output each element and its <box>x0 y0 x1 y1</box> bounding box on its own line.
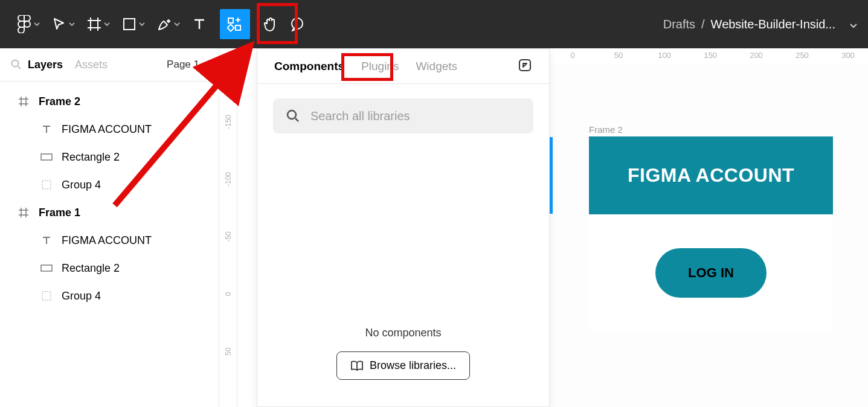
breadcrumb-separator: / <box>701 18 705 31</box>
tab-widgets[interactable]: Widgets <box>416 60 457 73</box>
svg-rect-11 <box>42 292 51 300</box>
text-icon <box>40 123 53 136</box>
search-input[interactable] <box>310 109 520 123</box>
chevron-down-icon[interactable] <box>104 22 110 26</box>
ruler-tick: 50 <box>224 347 233 355</box>
vertical-ruler: -200-150-100-50050 <box>219 48 237 407</box>
rect-icon <box>40 261 53 275</box>
layer-label: Group 4 <box>62 179 101 191</box>
layer-label: Rectangle 2 <box>62 151 120 164</box>
layer-row[interactable]: Frame 1 <box>0 199 219 226</box>
chevron-down-icon[interactable] <box>174 22 180 26</box>
group-icon <box>40 289 53 303</box>
svg-point-5 <box>292 18 303 29</box>
ruler-tick: -150 <box>224 115 233 129</box>
svg-rect-3 <box>227 24 234 31</box>
search-icon[interactable] <box>11 59 22 70</box>
ruler-tick: -200 <box>224 57 233 72</box>
breadcrumb-drafts[interactable]: Drafts <box>663 18 695 31</box>
svg-rect-9 <box>42 181 51 189</box>
ruler-tick: -100 <box>224 172 233 187</box>
layer-row[interactable]: Group 4 <box>0 282 219 310</box>
layer-label: FIGMA ACCOUNT <box>62 123 152 136</box>
svg-rect-2 <box>228 18 233 23</box>
tab-assets[interactable]: Assets <box>75 59 108 71</box>
tab-components[interactable]: Components <box>274 60 344 73</box>
layer-label: Group 4 <box>62 290 101 303</box>
svg-rect-1 <box>124 19 135 30</box>
browse-libraries-label: Browse libraries... <box>370 359 456 372</box>
layer-label: Rectangle 2 <box>62 262 120 275</box>
search-input-container[interactable] <box>273 98 533 133</box>
resources-icon <box>227 16 243 32</box>
ruler-tick: 50 <box>614 51 623 60</box>
chevron-down-icon[interactable] <box>139 22 145 26</box>
svg-rect-8 <box>41 154 52 160</box>
ruler-tick: 0 <box>224 292 233 296</box>
layer-label: Frame 2 <box>39 95 80 108</box>
layer-label: Frame 1 <box>39 207 80 219</box>
svg-point-13 <box>288 111 296 119</box>
resources-panel: Components Plugins Widgets No components… <box>257 48 550 407</box>
svg-point-0 <box>24 21 30 27</box>
frame-2[interactable]: FIGMA ACCOUNT LOG IN <box>589 136 833 332</box>
ruler-tick: -50 <box>224 231 233 242</box>
ruler-tick: 0 <box>570 51 574 60</box>
tab-layers[interactable]: Layers <box>28 59 63 71</box>
svg-rect-10 <box>41 265 52 271</box>
left-panel: Layers Assets Page 1 Frame 2FIGMA ACCOUN… <box>0 48 219 407</box>
ruler-tick: 300 <box>841 51 855 60</box>
ruler-tick: 200 <box>750 51 763 60</box>
chevron-down-icon[interactable] <box>34 22 40 26</box>
chevron-down-icon <box>202 63 208 66</box>
login-button[interactable]: LOG IN <box>655 248 767 298</box>
ruler-tick: 250 <box>796 51 809 60</box>
comment-tool-icon[interactable] <box>284 11 310 37</box>
horizontal-ruler: 050100150200250300 <box>550 48 868 65</box>
ruler-tick: 150 <box>704 51 717 60</box>
text-tool-icon[interactable] <box>186 11 213 37</box>
layer-row[interactable]: FIGMA ACCOUNT <box>0 115 219 143</box>
empty-message: No components <box>257 327 549 339</box>
page-label: Page 1 <box>167 59 199 71</box>
tab-plugins[interactable]: Plugins <box>361 60 399 73</box>
chevron-down-icon[interactable] <box>850 18 857 31</box>
selection-edge-indicator <box>550 137 553 214</box>
frame-label[interactable]: Frame 2 <box>589 124 623 135</box>
resources-tool-button[interactable] <box>220 9 250 39</box>
group-icon <box>40 178 53 191</box>
popout-icon[interactable] <box>518 58 532 75</box>
ruler-tick: 100 <box>658 51 671 60</box>
breadcrumb-file[interactable]: Website-Builder-Insid... <box>711 18 835 31</box>
canvas[interactable]: Frame 2 FIGMA ACCOUNT LOG IN <box>550 65 868 407</box>
layer-label: FIGMA ACCOUNT <box>62 234 152 247</box>
text-icon <box>40 234 53 247</box>
browse-libraries-button[interactable]: Browse libraries... <box>336 351 470 380</box>
frame-icon <box>17 95 30 108</box>
chevron-down-icon[interactable] <box>69 22 75 26</box>
layer-row[interactable]: Rectangle 2 <box>0 254 219 282</box>
banner-text: FIGMA ACCOUNT <box>589 136 833 214</box>
layer-tree: Frame 2FIGMA ACCOUNTRectangle 2Group 4Fr… <box>0 82 219 310</box>
page-selector[interactable]: Page 1 <box>167 59 208 71</box>
layer-row[interactable]: FIGMA ACCOUNT <box>0 226 219 254</box>
toolbar: Drafts / Website-Builder-Insid... <box>0 0 868 48</box>
book-icon <box>350 361 364 371</box>
search-icon <box>286 109 300 123</box>
svg-rect-4 <box>236 25 240 30</box>
layer-row[interactable]: Group 4 <box>0 171 219 199</box>
layer-row[interactable]: Rectangle 2 <box>0 143 219 171</box>
svg-point-7 <box>12 60 19 67</box>
frame-icon <box>17 206 30 219</box>
layer-row[interactable]: Frame 2 <box>0 88 219 115</box>
hand-tool-icon[interactable] <box>257 11 284 37</box>
rect-icon <box>40 150 53 164</box>
